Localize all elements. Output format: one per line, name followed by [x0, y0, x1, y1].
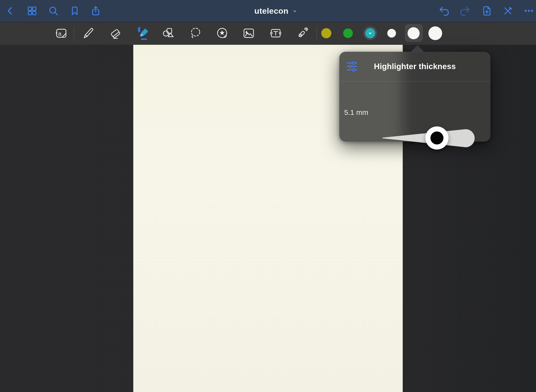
- shapes-tool[interactable]: [162, 27, 175, 40]
- zoom-window-tool[interactable]: a: [55, 27, 68, 40]
- sparkle: [305, 28, 308, 31]
- chevron-down-icon: [368, 31, 373, 36]
- thickness-slider-thumb[interactable]: [425, 126, 449, 150]
- sliders-icon: [346, 60, 358, 73]
- page-thumbnails-icon[interactable]: [27, 6, 37, 16]
- navigation-bar: utelecon: [0, 0, 536, 22]
- add-page-icon[interactable]: [481, 5, 492, 16]
- redo-icon[interactable]: [459, 5, 470, 16]
- search-icon[interactable]: [48, 6, 59, 16]
- svg-text:a: a: [58, 30, 62, 37]
- thickness-preview-dot: [430, 131, 443, 144]
- undo-icon[interactable]: [439, 5, 450, 16]
- lasso-tool[interactable]: [189, 27, 202, 40]
- tool-bar: a: [0, 22, 536, 45]
- pen-tool[interactable]: [82, 27, 95, 40]
- document-title-button[interactable]: utelecon: [254, 6, 298, 16]
- document-title: utelecon: [254, 6, 288, 16]
- popover-title: Highlighter thickness: [339, 62, 490, 71]
- highlighter-thickness-popover: Highlighter thickness 5.1 mm: [339, 52, 490, 142]
- app-window: utelecon: [0, 0, 536, 392]
- share-icon[interactable]: [90, 6, 101, 16]
- thickness-small[interactable]: [387, 29, 396, 38]
- more-icon[interactable]: [523, 6, 534, 16]
- popover-caret: [410, 45, 424, 52]
- toolbar-divider: [316, 26, 317, 41]
- stickers-tool[interactable]: [216, 27, 229, 40]
- chevron-down-icon: [292, 8, 298, 15]
- laser-pointer-tool[interactable]: [296, 27, 309, 40]
- back-icon[interactable]: [6, 6, 15, 16]
- text-tool[interactable]: [269, 27, 282, 40]
- image-tool[interactable]: [242, 27, 255, 40]
- bluetooth-icon: [138, 27, 140, 32]
- popover-header: Highlighter thickness: [339, 52, 490, 81]
- color-swatch-yellow[interactable]: [321, 28, 331, 38]
- thickness-large[interactable]: [429, 26, 442, 40]
- eraser-tool[interactable]: [109, 27, 122, 40]
- toolbar-divider: [74, 26, 74, 41]
- thickness-value: 5.1 mm: [344, 108, 375, 117]
- bookmark-icon[interactable]: [70, 6, 80, 16]
- stylus-toggle-icon[interactable]: [502, 6, 513, 16]
- color-swatch-teal-selected[interactable]: [363, 26, 377, 40]
- highlighter-tool-selected[interactable]: [135, 26, 149, 40]
- thickness-medium-selected[interactable]: [408, 27, 420, 39]
- thickness-slider-row: 5.1 mm: [339, 81, 490, 142]
- color-swatch-green[interactable]: [343, 28, 353, 38]
